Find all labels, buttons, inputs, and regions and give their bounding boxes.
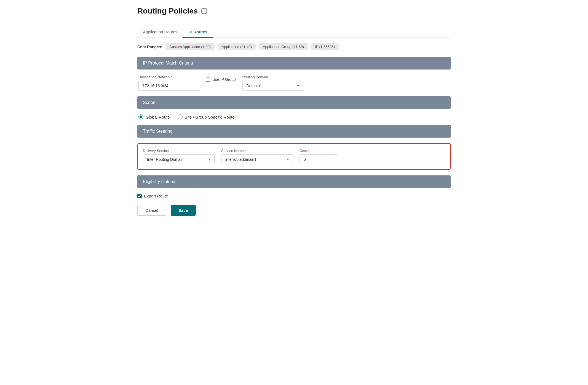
site-group-radio[interactable]: [178, 114, 183, 119]
scope-radio-row: Global Route Site / Group Specific Route: [138, 114, 450, 119]
destination-network-group: Destination Network*: [138, 75, 199, 91]
cost-group: Cost*: [300, 149, 338, 164]
use-ip-group-row: Use IP Group: [206, 77, 236, 82]
ip-protocol-section-header: IP Protocol Match Criteria: [137, 57, 451, 69]
traffic-steering-content: Delivery Service Inter Routing Domain Di…: [137, 143, 451, 170]
button-row: Cancel Save: [137, 205, 451, 216]
ip-protocol-field-row: Destination Network* Use IP Group Routin…: [138, 75, 450, 91]
info-icon[interactable]: i: [201, 8, 207, 14]
cancel-button[interactable]: Cancel: [137, 205, 166, 216]
routing-domain-select[interactable]: Domain1 Domain2 Domain3: [242, 81, 303, 91]
service-name-label: Service Name*: [221, 149, 293, 153]
tab-ip-routes[interactable]: IP Routes: [183, 27, 213, 38]
scope-section-header: Scope: [137, 96, 451, 109]
tab-application-routes[interactable]: Application Routes: [137, 27, 183, 38]
cost-badge-application: Application (21-40): [218, 43, 256, 50]
service-name-select-wrapper: interroutedomain1 interroutedomain2 ▼: [221, 154, 293, 164]
cost-badge-ip: IP (1-65535): [311, 43, 339, 50]
use-ip-group-label: Use IP Group: [212, 77, 236, 82]
destination-network-label: Destination Network*: [138, 75, 199, 79]
traffic-steering-section-header: Traffic Steering: [137, 125, 451, 138]
cost-ranges-row: Cost Ranges: Custom Application (1-20) A…: [137, 43, 451, 50]
delivery-service-group: Delivery Service Inter Routing Domain Di…: [143, 149, 215, 164]
cost-label: Cost*: [300, 149, 338, 153]
cost-input[interactable]: [300, 154, 338, 164]
global-route-label: Global Route: [146, 115, 170, 119]
ip-protocol-section-content: Destination Network* Use IP Group Routin…: [137, 75, 451, 91]
use-ip-group-group: Use IP Group: [206, 75, 236, 84]
site-group-option[interactable]: Site / Group Specific Route: [178, 114, 235, 119]
use-ip-group-checkbox[interactable]: [206, 77, 210, 82]
page-header: Routing Policies i: [137, 7, 451, 20]
service-name-select[interactable]: interroutedomain1 interroutedomain2: [221, 154, 293, 164]
global-route-option[interactable]: Global Route: [138, 114, 170, 119]
routing-domain-select-wrapper: Domain1 Domain2 Domain3 ▼: [242, 81, 303, 91]
page-title: Routing Policies: [137, 7, 198, 15]
scope-section-content: Global Route Site / Group Specific Route: [137, 114, 451, 119]
eligibility-criteria-section-header: Eligibility Criteria: [137, 175, 451, 188]
service-name-group: Service Name* interroutedomain1 interrou…: [221, 149, 293, 164]
export-route-checkbox[interactable]: [137, 194, 142, 198]
delivery-service-select-wrapper: Inter Routing Domain Direct Internet MPL…: [143, 154, 215, 164]
cost-badge-custom: Custom Application (1-20): [165, 43, 215, 50]
delivery-service-select[interactable]: Inter Routing Domain Direct Internet MPL…: [143, 154, 215, 164]
tabs-container: Application Routes IP Routes: [137, 27, 451, 38]
destination-network-input[interactable]: [138, 81, 199, 91]
export-route-row: Export Route: [137, 194, 451, 198]
site-group-label: Site / Group Specific Route: [185, 115, 235, 119]
export-route-label: Export Route: [144, 194, 168, 198]
global-route-radio[interactable]: [138, 114, 143, 119]
traffic-steering-row: Delivery Service Inter Routing Domain Di…: [143, 149, 445, 164]
save-button[interactable]: Save: [171, 205, 196, 216]
cost-ranges-label: Cost Ranges:: [137, 45, 162, 49]
routing-domain-label: Routing Domain: [242, 75, 303, 79]
delivery-service-label: Delivery Service: [143, 149, 215, 153]
cost-badge-app-group: Application Group (41-60): [259, 43, 308, 50]
routing-domain-group: Routing Domain Domain1 Domain2 Domain3 ▼: [242, 75, 303, 91]
